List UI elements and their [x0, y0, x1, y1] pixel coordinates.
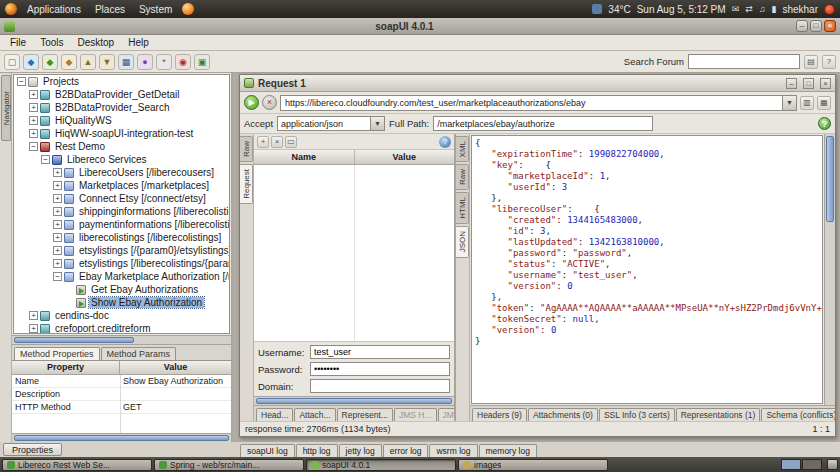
domain-field[interactable]	[310, 379, 450, 393]
desktop-menu[interactable]: Desktop	[71, 37, 120, 48]
request-maximize-icon[interactable]: □	[803, 78, 814, 89]
clock-applet[interactable]: Sun Aug 5, 5:12 PM	[637, 4, 726, 15]
request-inspector-jms-h[interactable]: JMS H...	[394, 408, 437, 421]
request-inspector-represent[interactable]: Represent...	[337, 408, 393, 421]
tab-method-properties[interactable]: Method Properties	[14, 347, 100, 360]
tree-item-b2bdataprovider-search[interactable]: +B2BDataProvider_Search	[14, 101, 229, 114]
session-user[interactable]: shekhar	[782, 4, 818, 15]
tree-item-etsylistings-param0-etsylistings[interactable]: +etsylistings [/{param0}/etsylistings]	[14, 244, 229, 257]
chevron-down-icon[interactable]: ▼	[370, 117, 384, 130]
log-tab-soapui-log[interactable]: soapUI log	[240, 444, 295, 457]
log-tab-http-log[interactable]: http log	[296, 444, 338, 457]
request-close-icon[interactable]: ×	[820, 78, 831, 89]
expand-icon[interactable]: +	[53, 220, 62, 229]
tree-item-get-ebay-authorizations[interactable]: Get Ebay Authorizations	[14, 283, 229, 296]
new-empty-project-icon[interactable]: ▢	[4, 54, 20, 70]
forum-icon[interactable]: ●	[137, 54, 153, 70]
indicator-applet-icon[interactable]	[592, 4, 602, 14]
tree-hscrollbar[interactable]	[12, 335, 231, 344]
clear-params-icon[interactable]: ▭	[285, 136, 297, 148]
expand-icon[interactable]: +	[29, 103, 38, 112]
request-inspector-attach[interactable]: Attach...	[294, 408, 335, 421]
expand-icon[interactable]: +	[29, 90, 38, 99]
chevron-down-icon[interactable]: ▼	[782, 96, 796, 110]
property-row-name[interactable]: NameShow Ebay Authorization	[12, 375, 231, 388]
tools-menu[interactable]: Tools	[34, 37, 69, 48]
collapse-icon[interactable]: −	[29, 142, 38, 151]
expand-icon[interactable]: +	[53, 194, 62, 203]
applications-menu[interactable]: Applications	[23, 4, 85, 15]
request-view-tab-raw[interactable]: Raw	[240, 136, 253, 162]
tree-item-marketplaces-marketplaces[interactable]: +Marketplaces [/marketplaces]	[14, 179, 229, 192]
tree-item-etsylistings-liberecolistings-param0-etsylisting[interactable]: +etsylistings [/liberecolistings/{param0…	[14, 257, 229, 270]
tab-layout-icon[interactable]: ▥	[800, 96, 814, 110]
mail-icon[interactable]: ✉	[732, 4, 740, 14]
tree-item-shippinginformations-liberecolisting-shippinginf[interactable]: +shippinginformations [/liberecolisting/…	[14, 205, 229, 218]
param-table-body[interactable]	[254, 165, 454, 342]
save-all-projects-icon[interactable]: ▦	[118, 54, 134, 70]
help-menu[interactable]: Help	[122, 37, 155, 48]
tree-item-libereco-services[interactable]: −Libereco Services	[14, 153, 229, 166]
endpoint-combobox[interactable]: https://libereco.cloudfoundry.com/test_u…	[280, 95, 797, 111]
method-properties-hscrollbar-thumb[interactable]	[14, 435, 229, 441]
new-wadl-project-icon[interactable]: ◆	[61, 54, 77, 70]
username-field[interactable]	[310, 345, 450, 359]
expand-icon[interactable]: +	[29, 311, 38, 320]
remove-param-icon[interactable]: ×	[271, 136, 283, 148]
method-properties-table-body[interactable]: NameShow Ebay AuthorizationDescriptionHT…	[12, 375, 231, 433]
tree-item-rest-demo[interactable]: −Rest Demo	[14, 140, 229, 153]
tree-item-connect-etsy-connect-etsy[interactable]: +Connect Etsy [/connect/etsy]	[14, 192, 229, 205]
submit-request-button[interactable]: ▶	[244, 95, 259, 110]
cancel-request-button[interactable]: ×	[262, 95, 277, 110]
temperature-applet[interactable]: 34°C	[608, 4, 630, 15]
response-view-tab-html[interactable]: HTML	[456, 192, 469, 224]
places-menu[interactable]: Places	[91, 4, 129, 15]
tree-item-b2bdataprovider-getdetail[interactable]: +B2BDataProvider_GetDetail	[14, 88, 229, 101]
workspace-1[interactable]	[781, 459, 801, 470]
properties-button[interactable]: Properties	[3, 443, 62, 456]
plugins-icon[interactable]: ▣	[194, 54, 210, 70]
collapse-icon[interactable]: −	[17, 77, 26, 86]
project-tree[interactable]: −Projects+B2BDataProvider_GetDetail+B2BD…	[13, 74, 230, 334]
import-remote-project-icon[interactable]: ▼	[99, 54, 115, 70]
workspace-2[interactable]	[802, 459, 822, 470]
expand-icon[interactable]: +	[29, 129, 38, 138]
firefox-icon[interactable]	[182, 3, 194, 15]
tree-item-show-ebay-authorization[interactable]: Show Ebay Authorization	[14, 296, 229, 309]
add-param-icon[interactable]: +	[257, 136, 269, 148]
property-row-description[interactable]: Description	[12, 388, 231, 401]
response-view-tab-json[interactable]: JSON	[456, 226, 469, 257]
response-vscrollbar[interactable]	[824, 134, 835, 405]
param-help-icon[interactable]: ?	[439, 136, 451, 148]
request-hscrollbar[interactable]	[254, 396, 454, 405]
expand-icon[interactable]: +	[53, 181, 62, 190]
tree-item-paymentinformations-liberecolisting-paymentinfor[interactable]: +paymentinformations [/liberecolisting/p…	[14, 218, 229, 231]
trash-icon[interactable]	[827, 459, 838, 470]
response-json[interactable]: { "expirationTime": 1990822704000, "key"…	[471, 135, 823, 404]
response-vscrollbar-thumb[interactable]	[826, 136, 834, 222]
import-project-icon[interactable]: ▲	[80, 54, 96, 70]
help-icon[interactable]: ?	[818, 117, 831, 130]
response-inspector-attachments-0[interactable]: Attachments (0)	[528, 408, 598, 421]
response-view-tab-raw[interactable]: Raw	[456, 164, 469, 190]
response-inspector-ssl-info-3-certs[interactable]: SSL Info (3 certs)	[599, 408, 675, 421]
expand-icon[interactable]: +	[53, 168, 62, 177]
preferences-icon[interactable]: *	[156, 54, 172, 70]
collapse-icon[interactable]: −	[41, 155, 50, 164]
expand-icon[interactable]: +	[29, 116, 38, 125]
tab-method-params[interactable]: Method Params	[101, 347, 177, 360]
request-window-titlebar[interactable]: Request 1 – □ ×	[240, 75, 835, 92]
response-inspector-schema-conflicts[interactable]: Schema (conflicts)	[761, 408, 835, 421]
request-inspector-jms-pro[interactable]: JMS Pro...	[438, 408, 455, 421]
expand-icon[interactable]: +	[29, 324, 38, 333]
expand-icon[interactable]: +	[53, 259, 62, 268]
file-menu[interactable]: File	[4, 37, 32, 48]
request-view-tab-request[interactable]: Request	[240, 164, 253, 204]
window-layout-icon[interactable]: ▤	[804, 55, 818, 69]
tree-item-cendins-doc[interactable]: +cendins-doc	[14, 309, 229, 322]
log-tab-error-log[interactable]: error log	[383, 444, 429, 457]
accept-combobox[interactable]: application/json ▼	[277, 116, 385, 131]
navigator-tab[interactable]: Navigator	[1, 75, 11, 141]
log-tab-wsrm-log[interactable]: wsrm log	[429, 444, 477, 457]
minimize-button[interactable]: –	[796, 20, 808, 32]
